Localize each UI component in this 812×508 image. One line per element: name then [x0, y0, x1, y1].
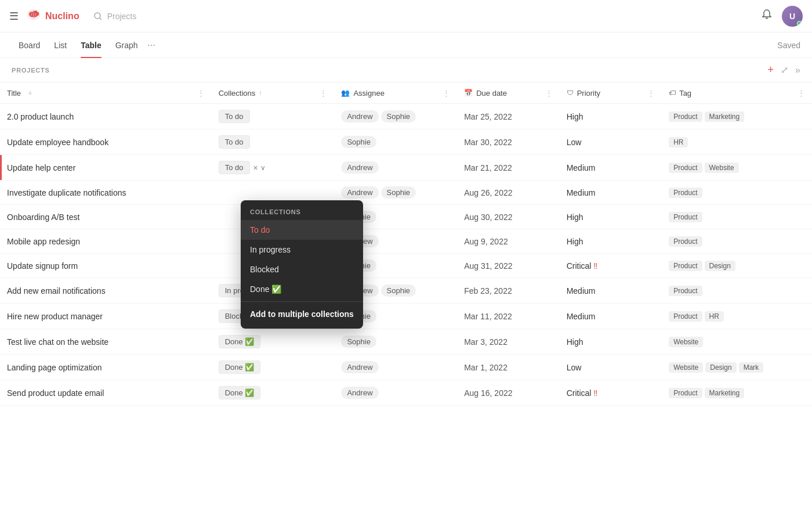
dropdown-item[interactable]: To do	[241, 220, 363, 240]
assignee-more-icon[interactable]: ⋮	[443, 89, 450, 98]
row-due-date: Feb 23, 2022	[457, 278, 559, 304]
collections-sort-icon[interactable]: ↑	[259, 89, 262, 96]
row-collection[interactable]: Done ✅	[212, 355, 335, 380]
tag-more-icon[interactable]: ⋮	[798, 89, 805, 98]
row-assignee[interactable]: Sophie	[334, 329, 457, 355]
dropdown-add-multiple[interactable]: Add to multiple collections	[241, 304, 363, 324]
priority-col-label: Priority	[577, 89, 600, 98]
collapse-icon[interactable]: »	[795, 65, 800, 75]
row-tags: Product	[662, 181, 812, 205]
row-title[interactable]: Hire new product manager	[7, 312, 103, 321]
duedate-more-icon[interactable]: ⋮	[545, 89, 553, 98]
collection-edit-row: Done ✅	[219, 361, 328, 374]
table-row: Update employee handbookTo doSophieMar 3…	[0, 129, 812, 155]
row-title[interactable]: Landing page optimization	[7, 363, 102, 372]
collection-expand-icon[interactable]: ∨	[260, 164, 266, 172]
tag-pill: Mark	[739, 362, 764, 373]
search-placeholder: Projects	[107, 12, 137, 21]
bell-icon[interactable]	[761, 9, 773, 23]
row-collection[interactable]: To do×∨	[212, 155, 335, 181]
row-due-date: Mar 1, 2022	[457, 355, 559, 380]
row-title[interactable]: Investigate duplicate notifications	[7, 188, 126, 197]
collections-dropdown: COLLECTIONS To doIn progressBlockedDone …	[241, 200, 363, 329]
row-priority: High	[560, 329, 662, 355]
tag-pill: HR	[669, 137, 688, 147]
row-title[interactable]: Test live chat on the website	[7, 337, 108, 347]
row-assignee[interactable]: Andrew	[334, 155, 457, 181]
tab-graph[interactable]: Graph	[108, 33, 145, 58]
row-title[interactable]: Onboarding A/B test	[7, 212, 79, 222]
col-priority: 🛡 Priority ⋮	[560, 82, 662, 104]
assignee-pill: Sophie	[381, 186, 416, 199]
row-assignee[interactable]: Andrew	[334, 355, 457, 380]
tab-board[interactable]: Board	[12, 33, 47, 58]
sub-nav: Board List Table Graph ⋯ Saved	[0, 33, 812, 58]
row-tags: ProductMarketing	[662, 380, 812, 406]
row-priority: Critical ‼	[560, 254, 662, 278]
tag-pill: Product	[669, 163, 702, 173]
table-area: PROJECTS + ⤢ » Title + ⋮	[0, 58, 812, 508]
collection-edit-row: Done ✅	[219, 335, 328, 348]
collection-edit-row: Done ✅	[219, 386, 328, 399]
dropdown-item[interactable]: Blocked	[241, 260, 363, 279]
duedate-col-label: Due date	[476, 89, 507, 98]
tag-pill: Website	[669, 362, 703, 373]
assignee-pill: Andrew	[341, 186, 378, 199]
row-title[interactable]: Update help center	[7, 163, 75, 172]
row-title[interactable]: Add new email notifications	[7, 286, 106, 296]
row-title[interactable]: Update signup form	[7, 261, 78, 271]
row-priority: High	[560, 229, 662, 254]
title-more-icon[interactable]: ⋮	[197, 89, 205, 98]
row-assignee[interactable]: AndrewSophie	[334, 104, 457, 129]
row-title[interactable]: Send product update email	[7, 388, 104, 398]
collection-edit-row: To do	[219, 135, 328, 149]
collection-remove-icon[interactable]: ×	[253, 163, 258, 172]
row-tags: WebsiteDesignMark	[662, 355, 812, 380]
table-row: Onboarding A/B testSophieAug 30, 2022Hig…	[0, 205, 812, 229]
add-field-icon[interactable]: +	[768, 64, 774, 76]
tag-pill: Product	[669, 188, 702, 198]
assignee-pill: Sophie	[381, 110, 416, 123]
assignee-icon: 👥	[341, 89, 350, 97]
row-collection[interactable]: Done ✅	[212, 380, 335, 406]
priority-more-icon[interactable]: ⋮	[647, 89, 655, 98]
row-title[interactable]: Update employee handbook	[7, 138, 108, 147]
row-collection[interactable]: To do	[212, 104, 335, 129]
avatar[interactable]: U	[782, 6, 803, 27]
assignee-pill: Andrew	[341, 387, 378, 399]
tab-table[interactable]: Table	[74, 33, 108, 58]
svg-point-1	[95, 13, 100, 19]
avatar-online-dot	[797, 21, 802, 26]
title-add-icon[interactable]: +	[28, 88, 32, 98]
row-assignee[interactable]: Andrew	[334, 380, 457, 406]
tab-list[interactable]: List	[47, 33, 74, 58]
table-row: Update signup formSophieAug 31, 2022Crit…	[0, 254, 812, 278]
dropdown-item[interactable]: In progress	[241, 240, 363, 260]
collections-more-icon[interactable]: ⋮	[320, 89, 327, 98]
row-collection[interactable]: To do	[212, 129, 335, 155]
row-priority: Medium	[560, 278, 662, 304]
hamburger-icon[interactable]: ☰	[9, 10, 19, 23]
projects-actions: + ⤢ »	[768, 64, 800, 76]
row-due-date: Aug 16, 2022	[457, 380, 559, 406]
assignee-pill: Andrew	[341, 161, 378, 174]
search-bar[interactable]: Projects	[93, 12, 137, 21]
row-title[interactable]: 2.0 product launch	[7, 112, 74, 121]
more-options-icon[interactable]: ⋯	[147, 41, 155, 50]
compress-icon[interactable]: ⤢	[781, 64, 788, 75]
table-row: Hire new product managerBlockedSophieMar…	[0, 304, 812, 329]
tag-pill: Product	[669, 111, 702, 122]
row-due-date: Aug 9, 2022	[457, 229, 559, 254]
logo: Nuclino	[26, 8, 79, 24]
row-title[interactable]: Mobile app redesign	[7, 237, 80, 246]
duedate-icon: 📅	[464, 89, 473, 97]
brain-icon	[26, 8, 42, 24]
row-due-date: Aug 30, 2022	[457, 205, 559, 229]
assignee-pill: Sophie	[341, 136, 376, 148]
dropdown-item[interactable]: Done ✅	[241, 279, 363, 299]
row-priority: Low	[560, 129, 662, 155]
row-assignee[interactable]: Sophie	[334, 129, 457, 155]
row-tags: Product	[662, 278, 812, 304]
row-collection[interactable]: Done ✅	[212, 329, 335, 355]
tag-pill: Design	[705, 261, 735, 271]
